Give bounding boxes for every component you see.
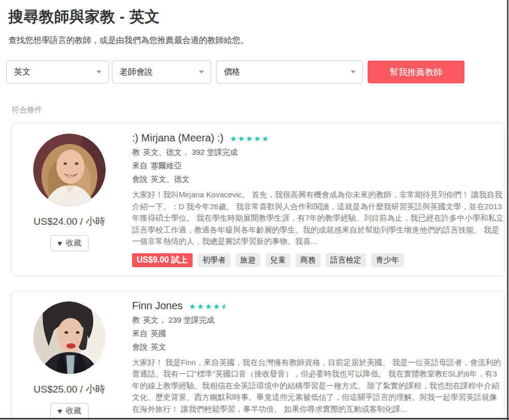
chevron-down-icon [351, 70, 356, 74]
teacher-description: 大家好！我叫Mirjana Kovacevic。 首先，我很高興有機會成為你未來… [132, 189, 504, 248]
teacher-name[interactable]: Finn Jones [132, 300, 183, 312]
teaches-row: 教英文、德文， 392 堂課完成 [132, 148, 504, 157]
from-row: 來自英國 [132, 329, 504, 339]
teacher-speaks-dropdown-label: 老師會說 [120, 67, 153, 78]
speaks-row: 會說英文 [132, 342, 504, 352]
teacher-speaks-dropdown[interactable]: 老師會說 [112, 61, 211, 83]
speaks-label: 會說 [132, 342, 148, 351]
speaks-row: 會說英文、德文 [132, 175, 504, 184]
tag: 青少年 [371, 253, 404, 267]
teacher-name[interactable]: :) Mirjana (Meera) :) [132, 132, 224, 144]
price-dropdown[interactable]: 價格 [216, 61, 363, 83]
from-value: 塞爾維亞 [151, 161, 182, 170]
teacher-card-body: :) Mirjana (Meera) :) ★★★★★ 教英文、德文， 392 … [127, 123, 509, 276]
teacher-description: 大家好！ 我是Finn，來自英國，我在台灣擁有教師資格，目前定居於美國。 我是一… [132, 357, 504, 415]
teacher-card: US$24.00 / 小時 ♥ 收藏 :) Mirjana (Meera) :)… [11, 123, 505, 276]
star-icon: ★ [205, 302, 213, 311]
tag: 初學者 [198, 253, 230, 267]
from-value: 英國 [151, 329, 166, 338]
results-section-label: 符合條件 [11, 105, 509, 115]
star-icon: ★ [238, 134, 245, 143]
teacher-card-left: US$24.00 / 小時 ♥ 收藏 [12, 123, 127, 276]
tag: 旅遊 [236, 253, 260, 267]
chevron-down-icon [199, 70, 204, 74]
star-rating: ★★★★★ [189, 301, 229, 310]
teaches-label: 教 [132, 315, 140, 324]
star-icon: ★ [221, 302, 229, 311]
teacher-card-left: US$25.00 / 小時 ♥ 收藏 [12, 291, 127, 420]
teaches-value: 英文、德文， 392 堂課完成 [143, 148, 238, 156]
star-icon: ★ [246, 134, 254, 143]
teacher-card: US$25.00 / 小時 ♥ 收藏 Finn Jones ★★★★★ 教英文，… [11, 291, 505, 420]
trial-price-badge: US$9.00 試上 [132, 253, 193, 267]
heart-icon: ♥ [57, 239, 62, 247]
price-dropdown-label: 價格 [224, 67, 240, 78]
speaks-value: 英文 [151, 342, 166, 351]
favorite-button[interactable]: ♥ 收藏 [50, 403, 89, 419]
favorite-button-label: 收藏 [66, 238, 81, 248]
teaches-value: 英文， 239 堂課完成 [143, 315, 214, 324]
window-border-bottom [0, 418, 509, 419]
star-icon: ★ [262, 134, 270, 143]
from-label: 來自 [132, 329, 148, 338]
tag: 兒童 [266, 253, 290, 267]
avatar-image-finn [33, 301, 106, 374]
filter-bar: 英文 老師會說 價格 幫我推薦教師 [6, 61, 501, 83]
tag: 語言檢定 [326, 253, 366, 267]
teacher-card-body: Finn Jones ★★★★★ 教英文， 239 堂課完成 來自英國 會說英文… [127, 291, 509, 420]
teaches-row: 教英文， 239 堂課完成 [132, 315, 504, 325]
tag: 商務 [296, 253, 321, 267]
teacher-price: US$24.00 / 小時 [34, 215, 105, 228]
favorite-button-label: 收藏 [66, 406, 81, 416]
teacher-price: US$25.00 / 小時 [34, 383, 105, 396]
recommend-teacher-button[interactable]: 幫我推薦教師 [368, 61, 464, 83]
speaks-value: 英文、德文 [151, 175, 190, 183]
from-row: 來自塞爾維亞 [132, 161, 504, 171]
star-icon: ★ [213, 302, 221, 311]
avatar-image-mirjana [33, 134, 106, 206]
star-icon: ★ [189, 302, 197, 311]
star-rating: ★★★★★ [230, 134, 270, 142]
speaks-label: 會說 [132, 175, 148, 183]
tag-list: 初學者旅遊兒童商務語言檢定青少年 [198, 253, 404, 267]
teacher-avatar[interactable] [33, 301, 106, 374]
teaches-label: 教 [132, 148, 140, 156]
teacher-avatar[interactable] [33, 134, 106, 206]
star-icon: ★ [254, 134, 261, 143]
star-icon: ★ [197, 302, 205, 311]
chevron-down-icon [96, 70, 101, 74]
window-border-right [507, 0, 508, 420]
page-subtitle: 查找您想學語言的教師，或是由我們為您推薦最合適的教師給您。 [8, 35, 501, 46]
badge-row: US$9.00 試上 初學者旅遊兒童商務語言檢定青少年 [132, 253, 504, 267]
page-title: 搜尋教師與家教 - 英文 [8, 7, 501, 27]
language-dropdown[interactable]: 英文 [6, 61, 109, 83]
star-icon: ★ [230, 134, 238, 143]
from-label: 來自 [132, 161, 148, 170]
favorite-button[interactable]: ♥ 收藏 [50, 235, 89, 251]
language-dropdown-value: 英文 [14, 67, 31, 78]
heart-icon: ♥ [57, 407, 62, 415]
